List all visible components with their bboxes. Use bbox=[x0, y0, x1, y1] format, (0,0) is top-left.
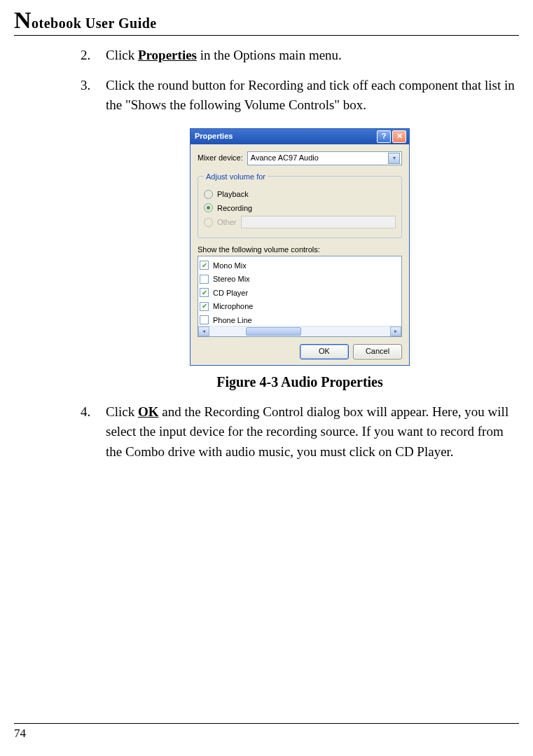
mixer-label: Mixer device: bbox=[198, 152, 243, 164]
close-button[interactable]: ✕ bbox=[392, 130, 406, 143]
list-item: Stereo Mix bbox=[200, 273, 400, 285]
radio-playback[interactable] bbox=[204, 190, 213, 199]
volume-controls-list[interactable]: Mono Mix Stereo Mix CD Player Microphone… bbox=[198, 256, 402, 337]
checkbox-label: Phone Line bbox=[213, 315, 252, 327]
dialog-title-text: Properties bbox=[195, 130, 233, 142]
figure: Properties ? ✕ Mixer device: Avance AC97… bbox=[81, 128, 519, 392]
other-input bbox=[241, 216, 396, 228]
figure-caption: Figure 4-3 Audio Properties bbox=[81, 371, 519, 392]
scrollbar[interactable]: ◂ ▸ bbox=[198, 326, 401, 336]
checkbox-label: Mono Mix bbox=[213, 260, 247, 272]
checkbox-label: CD Player bbox=[213, 287, 248, 299]
radio-playback-label: Playback bbox=[217, 188, 249, 200]
radio-other bbox=[204, 218, 213, 227]
list-item: Mono Mix bbox=[200, 260, 400, 272]
close-icon: ✕ bbox=[396, 132, 403, 140]
step-2: 2. Click Properties in the Options main … bbox=[81, 46, 519, 66]
help-icon: ? bbox=[382, 132, 387, 140]
mixer-device-select[interactable]: Avance AC97 Audio ▾ bbox=[247, 151, 402, 165]
cancel-button[interactable]: Cancel bbox=[353, 344, 402, 359]
properties-dialog: Properties ? ✕ Mixer device: Avance AC97… bbox=[190, 128, 410, 366]
volume-controls-label: Show the following volume controls: bbox=[198, 244, 402, 256]
step-3: 3. Click the round button for Recording … bbox=[81, 76, 519, 116]
checkbox-microphone[interactable] bbox=[200, 302, 209, 311]
scroll-left-icon[interactable]: ◂ bbox=[198, 327, 209, 336]
header-rest: otebook User Guide bbox=[32, 15, 157, 31]
step-text: Click OK and the Recording Control dialo… bbox=[106, 402, 519, 462]
step-text: Click Properties in the Options main men… bbox=[106, 46, 519, 66]
list-item: Microphone bbox=[200, 301, 400, 312]
header-capital: N bbox=[14, 7, 32, 33]
group-legend: Adjust volume for bbox=[204, 171, 268, 183]
footer-rule bbox=[14, 723, 519, 724]
header-rule bbox=[14, 35, 519, 36]
step-number: 2. bbox=[81, 46, 106, 66]
mixer-device-value: Avance AC97 Audio bbox=[251, 152, 319, 164]
step-bold: OK bbox=[138, 404, 159, 419]
radio-other-label: Other bbox=[217, 217, 237, 228]
checkbox-mono-mix[interactable] bbox=[200, 261, 209, 270]
step-text: Click the round button for Recording and… bbox=[106, 76, 519, 116]
checkbox-label: Stereo Mix bbox=[213, 273, 250, 285]
step-number: 3. bbox=[81, 76, 106, 116]
adjust-volume-group: Adjust volume for Playback Recording Oth… bbox=[198, 171, 402, 239]
scroll-thumb[interactable] bbox=[246, 327, 301, 336]
page-number: 74 bbox=[14, 727, 519, 741]
list-item: CD Player bbox=[200, 287, 400, 299]
step-number: 4. bbox=[81, 402, 106, 462]
checkbox-phone-line[interactable] bbox=[200, 315, 209, 324]
ok-button[interactable]: OK bbox=[300, 344, 349, 359]
page-footer: 74 bbox=[14, 717, 519, 741]
content-area: 2. Click Properties in the Options main … bbox=[81, 46, 519, 462]
list-item: Phone Line bbox=[200, 315, 400, 327]
help-button[interactable]: ? bbox=[377, 130, 391, 143]
radio-recording-label: Recording bbox=[217, 202, 252, 214]
dialog-titlebar[interactable]: Properties ? ✕ bbox=[191, 129, 409, 144]
page-header: Notebook User Guide bbox=[14, 7, 519, 34]
scroll-track[interactable] bbox=[209, 327, 390, 336]
scroll-right-icon[interactable]: ▸ bbox=[390, 327, 401, 336]
radio-recording[interactable] bbox=[204, 203, 213, 212]
dialog-body: Mixer device: Avance AC97 Audio ▾ Adjust… bbox=[191, 144, 409, 365]
checkbox-cd-player[interactable] bbox=[200, 288, 209, 297]
step-bold: Properties bbox=[138, 48, 197, 62]
step-4: 4. Click OK and the Recording Control di… bbox=[81, 402, 519, 462]
checkbox-stereo-mix[interactable] bbox=[200, 275, 209, 284]
chevron-down-icon[interactable]: ▾ bbox=[388, 153, 400, 164]
checkbox-label: Microphone bbox=[213, 301, 253, 312]
